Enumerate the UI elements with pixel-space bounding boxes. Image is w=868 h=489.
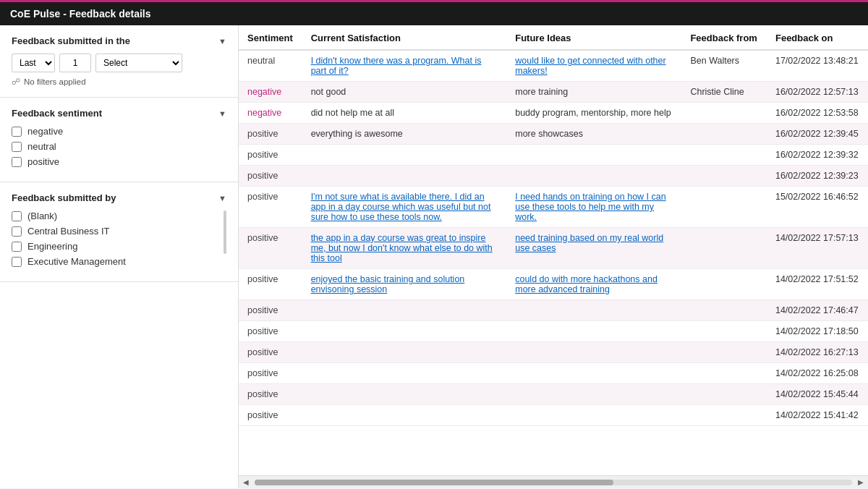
current-satisfaction-cell: the app in a day course was great to ins… bbox=[302, 228, 507, 269]
submittedby-engineering-checkbox[interactable] bbox=[12, 242, 22, 252]
feedback-on-cell: 16/02/2022 12:53:58 bbox=[767, 103, 868, 124]
sentiment-negative-item: negative bbox=[12, 126, 226, 137]
current-satisfaction-cell: enjoyed the basic training and solution … bbox=[302, 269, 507, 300]
sentiment-cell: positive bbox=[239, 300, 302, 321]
type-select[interactable]: Select Days Weeks Months bbox=[95, 54, 182, 72]
linked-text[interactable]: I need hands on training on how I can us… bbox=[515, 192, 665, 222]
filter-title-submitted-by: Feedback submitted by bbox=[12, 192, 116, 203]
future-ideas-cell bbox=[506, 405, 681, 426]
feedback-from-cell: Christie Cline bbox=[681, 82, 767, 103]
feedback-on-cell: 16/02/2022 12:39:45 bbox=[767, 124, 868, 145]
filter-header-submitted-by[interactable]: Feedback submitted by ▼ bbox=[12, 192, 226, 203]
sentiment-cell: positive bbox=[239, 363, 302, 384]
feedback-on-cell: 16/02/2022 12:39:32 bbox=[767, 145, 868, 166]
feedback-from-cell bbox=[681, 228, 767, 269]
filter-header-submitted-in[interactable]: Feedback submitted in the ▼ bbox=[12, 35, 226, 46]
col-feedback-from: Feedback from bbox=[681, 25, 767, 50]
submittedby-central-checkbox[interactable] bbox=[12, 226, 22, 237]
future-ideas-cell: could do with more hackathons and more a… bbox=[506, 269, 681, 300]
future-ideas-cell bbox=[506, 321, 681, 342]
linked-text[interactable]: I'm not sure what is available there. I … bbox=[311, 192, 491, 222]
current-satisfaction-cell bbox=[302, 363, 507, 384]
table-row: positive14/02/2022 15:45:44 bbox=[239, 384, 868, 405]
filter-icon: ☍ bbox=[12, 77, 20, 87]
linked-text[interactable]: I didn't know there was a program. What … bbox=[311, 56, 482, 76]
feedback-from-cell bbox=[681, 166, 767, 187]
linked-text[interactable]: the app in a day course was great to ins… bbox=[311, 233, 493, 263]
scroll-right-icon[interactable]: ▶ bbox=[856, 478, 865, 486]
table-row: positive16/02/2022 12:39:32 bbox=[239, 145, 868, 166]
horizontal-scrollbar[interactable]: ◀ ▶ bbox=[239, 475, 868, 488]
sentiment-cell: positive bbox=[239, 124, 302, 145]
sentiment-cell: positive bbox=[239, 384, 302, 405]
filter-header-sentiment[interactable]: Feedback sentiment ▼ bbox=[12, 108, 226, 119]
filter-title-submitted-in: Feedback submitted in the bbox=[12, 35, 130, 46]
table-row: positiveI'm not sure what is available t… bbox=[239, 187, 868, 228]
feedback-from-cell bbox=[681, 321, 767, 342]
sentiment-neutral-checkbox[interactable] bbox=[12, 142, 22, 152]
scrollbar-thumb bbox=[255, 480, 613, 485]
feedback-from-cell bbox=[681, 300, 767, 321]
feedback-from-cell bbox=[681, 103, 767, 124]
table-wrapper[interactable]: Sentiment Current Satisfaction Future Id… bbox=[239, 25, 868, 475]
future-ideas-cell bbox=[506, 145, 681, 166]
submittedby-exec-checkbox[interactable] bbox=[12, 257, 22, 267]
table-row: positiveeverything is awesomemore showca… bbox=[239, 124, 868, 145]
sentiment-negative-checkbox[interactable] bbox=[12, 127, 22, 137]
app-title: CoE Pulse - Feedback details bbox=[10, 8, 151, 20]
current-satisfaction-cell: did not help me at all bbox=[302, 103, 507, 124]
title-bar: CoE Pulse - Feedback details bbox=[0, 0, 868, 25]
linked-text[interactable]: could do with more hackathons and more a… bbox=[515, 274, 658, 294]
sentiment-positive-checkbox[interactable] bbox=[12, 157, 22, 167]
sentiment-cell: positive bbox=[239, 187, 302, 228]
sentiment-positive-item: positive bbox=[12, 156, 226, 167]
submittedby-central-item: Central Business IT bbox=[12, 226, 226, 237]
col-sentiment: Sentiment bbox=[239, 25, 302, 50]
submittedby-blank-item: (Blank) bbox=[12, 211, 226, 221]
feedback-on-cell: 16/02/2022 12:39:23 bbox=[767, 166, 868, 187]
linked-text[interactable]: enjoyed the basic training and solution … bbox=[311, 274, 465, 294]
feedback-from-cell bbox=[681, 269, 767, 300]
filter-section-submitted-by: Feedback submitted by ▼ (Blank) Central … bbox=[0, 182, 238, 282]
feedback-on-cell: 14/02/2022 17:46:47 bbox=[767, 300, 868, 321]
table-row: positive14/02/2022 15:41:42 bbox=[239, 405, 868, 426]
feedback-on-cell: 14/02/2022 17:18:50 bbox=[767, 321, 868, 342]
sentiment-cell: positive bbox=[239, 405, 302, 426]
feedback-from-cell: Ben Walters bbox=[681, 50, 767, 82]
submittedby-blank-checkbox[interactable] bbox=[12, 211, 22, 221]
table-row: positive14/02/2022 17:18:50 bbox=[239, 321, 868, 342]
future-ideas-cell bbox=[506, 166, 681, 187]
period-select[interactable]: Last Next bbox=[12, 54, 55, 72]
main-content: Sentiment Current Satisfaction Future Id… bbox=[239, 25, 868, 488]
feedback-from-cell bbox=[681, 145, 767, 166]
scroll-left-icon[interactable]: ◀ bbox=[242, 478, 250, 486]
feedback-from-cell bbox=[681, 187, 767, 228]
feedback-on-cell: 14/02/2022 16:27:13 bbox=[767, 342, 868, 363]
sentiment-negative-label: negative bbox=[27, 126, 63, 137]
sentiment-cell: neutral bbox=[239, 50, 302, 82]
col-feedback-on: Feedback on bbox=[767, 25, 868, 50]
sidebar: Feedback submitted in the ▼ Last Next Se… bbox=[0, 25, 239, 488]
sentiment-cell: positive bbox=[239, 228, 302, 269]
sentiment-options: negative neutral positive bbox=[12, 126, 226, 167]
table-row: positiveenjoyed the basic training and s… bbox=[239, 269, 868, 300]
period-number-input[interactable] bbox=[59, 54, 91, 72]
linked-text[interactable]: would like to get connected with other m… bbox=[515, 56, 665, 76]
current-satisfaction-cell bbox=[302, 166, 507, 187]
future-ideas-cell: more training bbox=[506, 82, 681, 103]
submitted-by-options: (Blank) Central Business IT Engineering … bbox=[12, 211, 226, 267]
linked-text[interactable]: need training based on my real world use… bbox=[515, 233, 663, 253]
feedback-table: Sentiment Current Satisfaction Future Id… bbox=[239, 25, 868, 426]
col-future-ideas: Future Ideas bbox=[506, 25, 681, 50]
submittedby-exec-item: Executive Management bbox=[12, 256, 226, 267]
feedback-on-cell: 14/02/2022 15:41:42 bbox=[767, 405, 868, 426]
future-ideas-cell bbox=[506, 300, 681, 321]
future-ideas-cell: need training based on my real world use… bbox=[506, 228, 681, 269]
submittedby-exec-label: Executive Management bbox=[27, 256, 126, 267]
future-ideas-cell: would like to get connected with other m… bbox=[506, 50, 681, 82]
feedback-from-cell bbox=[681, 405, 767, 426]
future-ideas-cell bbox=[506, 384, 681, 405]
filter-title-sentiment: Feedback sentiment bbox=[12, 108, 102, 119]
table-row: negativenot goodmore trainingChristie Cl… bbox=[239, 82, 868, 103]
chevron-down-icon: ▼ bbox=[218, 194, 226, 203]
